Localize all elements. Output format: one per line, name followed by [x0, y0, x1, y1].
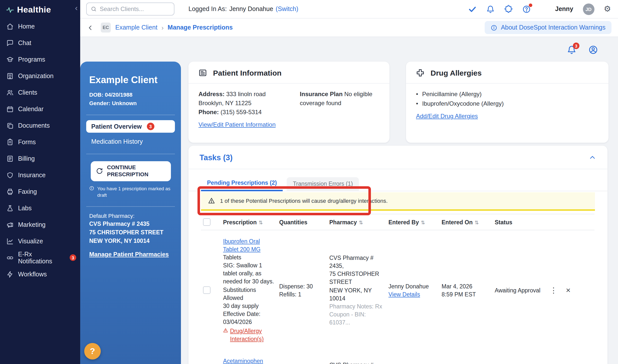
tab-transmission-errors[interactable]: Transmission Errors (1) [287, 177, 359, 191]
sidebar-item-label: Clients [18, 89, 37, 96]
sidebar-item-calendar[interactable]: Calendar [0, 101, 80, 117]
chart-icon [7, 238, 14, 245]
back-chevron-icon[interactable] [87, 24, 94, 31]
sidebar-item-chat[interactable]: Chat [0, 35, 80, 51]
allergy-item: Ibuprofen/Oxycodone (Allergy) [416, 99, 598, 108]
patient-overview-tab[interactable]: Patient Overview 3 [86, 120, 175, 133]
home-icon [7, 23, 14, 30]
tasks-title: Tasks (3) [199, 153, 233, 162]
sidebar-item-forms[interactable]: Forms [0, 134, 80, 150]
rx-sig: SIG: Swallow 1 tablet orally, as needed … [223, 262, 274, 286]
sidebar-item-labs[interactable]: Labs [0, 200, 80, 216]
user-avatar[interactable]: JD [583, 3, 594, 15]
clipboard-icon [7, 138, 14, 145]
sidebar-item-label: E-Rx Notifications [18, 251, 65, 265]
edit-drug-allergies-link[interactable]: Add/Edit Drug Allergies [416, 113, 478, 120]
rx-effective-date: Effective Date: 03/04/2026 [223, 310, 274, 326]
sidebar-item-billing[interactable]: Billing [0, 150, 80, 167]
breadcrumb-separator: › [161, 24, 164, 31]
settings-gear-icon[interactable]: ⚙ [604, 5, 611, 13]
dosespot-warnings-button[interactable]: About DoseSpot Interaction Warnings [485, 21, 611, 34]
sidebar-item-insurance[interactable]: Insurance [0, 167, 80, 183]
sidebar-item-faxing[interactable]: Faxing [0, 183, 80, 200]
shield-icon [7, 171, 14, 178]
collapse-chevron-up-icon[interactable] [588, 154, 596, 162]
col-prescription[interactable]: Prescription⇅ [221, 214, 277, 230]
sort-icon[interactable]: ⇅ [421, 220, 425, 225]
notifications-bell-icon[interactable] [486, 5, 494, 13]
row-checkbox[interactable] [203, 286, 211, 294]
sidebar-item-erx-notifications[interactable]: E-Rx Notifications 3 [0, 249, 80, 266]
healthie-logo-text: Healthie [17, 5, 51, 15]
sidebar-item-workflows[interactable]: Workflows [0, 266, 80, 282]
continue-prescription-button[interactable]: CONTINUE PRESCRIPTION [90, 161, 171, 181]
help-icon[interactable] [522, 5, 531, 13]
sidebar-item-label: Programs [18, 56, 45, 63]
sidebar-item-visualize[interactable]: Visualize [0, 233, 80, 249]
sidebar-item-label: Labs [18, 205, 32, 212]
medical-cross-icon [416, 69, 425, 77]
topbar-actions: Jenny JD ⚙ [468, 3, 611, 15]
search-clients-box[interactable] [86, 3, 174, 16]
medication-history-tab[interactable]: Medication History [86, 133, 175, 147]
rx-substitutions: Substitutions Allowed [223, 286, 274, 302]
drug-allergy-interaction-link[interactable]: Drug/Allergy Interaction(s) [230, 327, 274, 343]
col-entered-by[interactable]: Entered By⇅ [386, 214, 440, 230]
rx-pharmacy-addr: NEW YORK, NY 10014 [329, 286, 383, 302]
erx-notification-badge: 3 [70, 254, 76, 261]
main-content: 3 Example Client DOB: 04/20/1988 Gender:… [80, 37, 618, 364]
sidebar: Healthie ‹ Home Chat Programs Organizati… [0, 0, 80, 364]
sidebar-item-label: Chat [18, 39, 31, 46]
search-input[interactable] [100, 6, 170, 13]
sort-icon[interactable]: ⇅ [259, 220, 263, 225]
switch-user-link[interactable]: (Switch) [276, 6, 298, 13]
prescription-link[interactable]: Ibuprofen Oral Tablet 200 MG [223, 238, 261, 252]
client-gender: Gender: Unknown [89, 99, 172, 108]
breadcrumb-current-page: Manage Prescriptions [168, 24, 233, 31]
manage-pharmacies-link[interactable]: Manage Patient Pharmacies [89, 251, 169, 258]
sort-icon[interactable]: ⇅ [475, 220, 479, 225]
sidebar-item-home[interactable]: Home [0, 18, 80, 35]
patient-address: Address: 333 linoln road [198, 90, 300, 99]
megaphone-icon [7, 221, 14, 228]
tab-pending-prescriptions[interactable]: Pending Prescriptions (2) [201, 176, 283, 191]
workflow-icon [7, 271, 14, 278]
integrations-puzzle-icon[interactable] [504, 5, 512, 13]
sidebar-item-organization[interactable]: Organization [0, 68, 80, 84]
breadcrumb-bar: EC Example Client › Manage Prescriptions… [80, 19, 618, 37]
col-status: Status [493, 214, 548, 230]
help-fab-button[interactable]: ? [84, 343, 101, 359]
documents-icon [7, 122, 14, 129]
client-initials-badge: EC [101, 23, 111, 33]
warning-triangle-icon [223, 328, 228, 333]
sidebar-item-programs[interactable]: Programs [0, 51, 80, 68]
sidebar-item-label: Visualize [18, 238, 43, 245]
info-icon [491, 24, 497, 31]
default-pharmacy-name: CVS Pharmacy # 2435 [86, 220, 175, 228]
tasks-check-icon[interactable] [468, 5, 476, 13]
help-alert-dot [529, 3, 532, 7]
allergy-list: Penicillamine (Allergy) Ibuprofen/Oxycod… [416, 90, 598, 108]
tasks-tabs: Pending Prescriptions (2) Transmission E… [188, 169, 607, 191]
prescription-link[interactable]: Acetaminophen Oral Liquid 160 MG/5ML [223, 358, 263, 364]
users-icon [7, 89, 14, 96]
row-delete-x-icon[interactable]: × [566, 286, 571, 294]
edit-patient-info-link[interactable]: View/Edit Patient Information [198, 121, 276, 128]
col-pharmacy[interactable]: Pharmacy⇅ [327, 214, 386, 230]
sidebar-item-label: Workflows [18, 271, 47, 278]
prescription-alerts-bell-icon[interactable]: 3 [567, 45, 576, 55]
rx-supply: 30 day supply [223, 302, 274, 310]
view-details-link[interactable]: View Details [388, 291, 420, 297]
breadcrumb-client-link[interactable]: Example Client [115, 24, 157, 31]
select-all-checkbox[interactable] [203, 218, 211, 226]
sidebar-item-clients[interactable]: Clients [0, 84, 80, 101]
sidebar-item-documents[interactable]: Documents [0, 117, 80, 134]
sidebar-item-label: Faxing [18, 188, 37, 195]
col-entered-on[interactable]: Entered On⇅ [440, 214, 493, 230]
sidebar-collapse-icon[interactable]: ‹ [75, 4, 78, 12]
sort-icon[interactable]: ⇅ [359, 220, 363, 225]
patient-profile-icon[interactable] [588, 45, 598, 55]
row-menu-kebab-icon[interactable]: ⋮ [550, 286, 557, 294]
sidebar-item-marketing[interactable]: Marketing [0, 216, 80, 233]
client-panel: Example Client DOB: 04/20/1988 Gender: U… [80, 62, 181, 364]
